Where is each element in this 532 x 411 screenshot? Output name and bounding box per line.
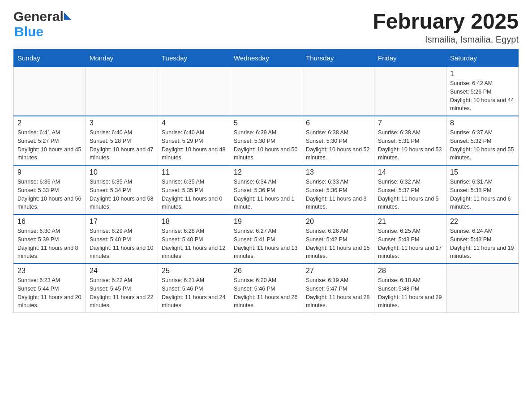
calendar-day-cell: 12Sunrise: 6:34 AM Sunset: 5:36 PM Dayli… (230, 165, 302, 214)
day-info: Sunrise: 6:35 AM Sunset: 5:35 PM Dayligh… (162, 178, 226, 211)
calendar-header-tuesday: Tuesday (158, 50, 230, 67)
day-info: Sunrise: 6:40 AM Sunset: 5:29 PM Dayligh… (162, 128, 226, 162)
day-number: 8 (450, 119, 515, 127)
calendar-day-cell: 5Sunrise: 6:39 AM Sunset: 5:30 PM Daylig… (230, 116, 302, 165)
calendar-day-cell: 3Sunrise: 6:40 AM Sunset: 5:28 PM Daylig… (86, 116, 158, 165)
day-number: 22 (450, 218, 515, 226)
calendar-week-row: 2Sunrise: 6:41 AM Sunset: 5:27 PM Daylig… (14, 116, 519, 165)
day-number: 14 (378, 168, 442, 176)
calendar-week-row: 23Sunrise: 6:23 AM Sunset: 5:44 PM Dayli… (14, 264, 519, 313)
day-info: Sunrise: 6:35 AM Sunset: 5:34 PM Dayligh… (90, 178, 154, 211)
day-info: Sunrise: 6:38 AM Sunset: 5:31 PM Dayligh… (378, 128, 442, 162)
day-number: 28 (378, 267, 442, 275)
calendar-day-cell: 17Sunrise: 6:29 AM Sunset: 5:40 PM Dayli… (86, 214, 158, 264)
calendar-week-row: 16Sunrise: 6:30 AM Sunset: 5:39 PM Dayli… (14, 214, 519, 264)
day-number: 21 (378, 218, 442, 226)
calendar-day-cell (14, 67, 86, 116)
calendar-day-cell: 27Sunrise: 6:19 AM Sunset: 5:47 PM Dayli… (302, 264, 374, 313)
day-info: Sunrise: 6:23 AM Sunset: 5:44 PM Dayligh… (17, 276, 82, 310)
day-info: Sunrise: 6:21 AM Sunset: 5:46 PM Dayligh… (162, 276, 226, 310)
day-number: 9 (17, 168, 82, 176)
day-info: Sunrise: 6:22 AM Sunset: 5:45 PM Dayligh… (90, 276, 154, 310)
day-number: 24 (90, 267, 154, 275)
day-info: Sunrise: 6:39 AM Sunset: 5:30 PM Dayligh… (234, 128, 298, 162)
calendar-day-cell: 2Sunrise: 6:41 AM Sunset: 5:27 PM Daylig… (14, 116, 86, 165)
day-number: 25 (162, 267, 226, 275)
calendar-day-cell: 24Sunrise: 6:22 AM Sunset: 5:45 PM Dayli… (86, 264, 158, 313)
calendar-day-cell: 23Sunrise: 6:23 AM Sunset: 5:44 PM Dayli… (14, 264, 86, 313)
day-number: 17 (90, 218, 154, 226)
calendar-week-row: 1Sunrise: 6:42 AM Sunset: 5:26 PM Daylig… (14, 67, 519, 116)
calendar-header-wednesday: Wednesday (230, 50, 302, 67)
calendar-day-cell: 21Sunrise: 6:25 AM Sunset: 5:43 PM Dayli… (374, 214, 446, 264)
day-number: 2 (17, 119, 82, 127)
day-number: 1 (450, 70, 515, 78)
calendar-day-cell: 1Sunrise: 6:42 AM Sunset: 5:26 PM Daylig… (446, 67, 519, 116)
day-info: Sunrise: 6:28 AM Sunset: 5:40 PM Dayligh… (162, 227, 226, 261)
calendar-day-cell (158, 67, 230, 116)
day-info: Sunrise: 6:38 AM Sunset: 5:30 PM Dayligh… (306, 128, 370, 162)
calendar-day-cell: 7Sunrise: 6:38 AM Sunset: 5:31 PM Daylig… (374, 116, 446, 165)
day-info: Sunrise: 6:34 AM Sunset: 5:36 PM Dayligh… (234, 178, 298, 211)
calendar-day-cell: 16Sunrise: 6:30 AM Sunset: 5:39 PM Dayli… (14, 214, 86, 264)
month-title: February 2025 (373, 9, 519, 34)
calendar-header-monday: Monday (86, 50, 158, 67)
day-info: Sunrise: 6:18 AM Sunset: 5:48 PM Dayligh… (378, 276, 442, 310)
day-number: 26 (234, 267, 298, 275)
logo: General Blue (13, 9, 71, 39)
day-number: 4 (162, 119, 226, 127)
calendar-day-cell: 9Sunrise: 6:36 AM Sunset: 5:33 PM Daylig… (14, 165, 86, 214)
calendar-day-cell: 14Sunrise: 6:32 AM Sunset: 5:37 PM Dayli… (374, 165, 446, 214)
title-block: February 2025 Ismailia, Ismailia, Egypt (373, 9, 519, 45)
day-info: Sunrise: 6:27 AM Sunset: 5:41 PM Dayligh… (234, 227, 298, 261)
logo-chevron-icon (64, 13, 71, 20)
calendar-day-cell: 8Sunrise: 6:37 AM Sunset: 5:32 PM Daylig… (446, 116, 519, 165)
day-number: 6 (306, 119, 370, 127)
day-info: Sunrise: 6:20 AM Sunset: 5:46 PM Dayligh… (234, 276, 298, 310)
calendar-table: SundayMondayTuesdayWednesdayThursdayFrid… (13, 49, 519, 313)
calendar-day-cell: 22Sunrise: 6:24 AM Sunset: 5:43 PM Dayli… (446, 214, 519, 264)
day-info: Sunrise: 6:42 AM Sunset: 5:26 PM Dayligh… (450, 79, 515, 113)
calendar-day-cell: 15Sunrise: 6:31 AM Sunset: 5:38 PM Dayli… (446, 165, 519, 214)
day-info: Sunrise: 6:24 AM Sunset: 5:43 PM Dayligh… (450, 227, 515, 261)
day-info: Sunrise: 6:30 AM Sunset: 5:39 PM Dayligh… (17, 227, 82, 261)
day-number: 23 (17, 267, 82, 275)
day-info: Sunrise: 6:36 AM Sunset: 5:33 PM Dayligh… (17, 178, 82, 211)
day-info: Sunrise: 6:29 AM Sunset: 5:40 PM Dayligh… (90, 227, 154, 261)
calendar-header-friday: Friday (374, 50, 446, 67)
calendar-day-cell: 10Sunrise: 6:35 AM Sunset: 5:34 PM Dayli… (86, 165, 158, 214)
day-number: 27 (306, 267, 370, 275)
calendar-header-saturday: Saturday (446, 50, 519, 67)
day-number: 7 (378, 119, 442, 127)
day-number: 16 (17, 218, 82, 226)
calendar-day-cell: 13Sunrise: 6:33 AM Sunset: 5:36 PM Dayli… (302, 165, 374, 214)
day-info: Sunrise: 6:25 AM Sunset: 5:43 PM Dayligh… (378, 227, 442, 261)
day-number: 5 (234, 119, 298, 127)
calendar-day-cell: 19Sunrise: 6:27 AM Sunset: 5:41 PM Dayli… (230, 214, 302, 264)
day-number: 11 (162, 168, 226, 176)
calendar-day-cell: 11Sunrise: 6:35 AM Sunset: 5:35 PM Dayli… (158, 165, 230, 214)
day-info: Sunrise: 6:31 AM Sunset: 5:38 PM Dayligh… (450, 178, 515, 211)
calendar-day-cell: 28Sunrise: 6:18 AM Sunset: 5:48 PM Dayli… (374, 264, 446, 313)
day-info: Sunrise: 6:40 AM Sunset: 5:28 PM Dayligh… (90, 128, 154, 162)
calendar-day-cell (302, 67, 374, 116)
calendar-week-row: 9Sunrise: 6:36 AM Sunset: 5:33 PM Daylig… (14, 165, 519, 214)
calendar-day-cell: 25Sunrise: 6:21 AM Sunset: 5:46 PM Dayli… (158, 264, 230, 313)
calendar-day-cell (374, 67, 446, 116)
page-header: General Blue February 2025 Ismailia, Ism… (13, 9, 519, 45)
calendar-header-sunday: Sunday (14, 50, 86, 67)
location-text: Ismailia, Ismailia, Egypt (373, 34, 519, 45)
day-info: Sunrise: 6:37 AM Sunset: 5:32 PM Dayligh… (450, 128, 515, 162)
calendar-day-cell: 4Sunrise: 6:40 AM Sunset: 5:29 PM Daylig… (158, 116, 230, 165)
calendar-day-cell: 6Sunrise: 6:38 AM Sunset: 5:30 PM Daylig… (302, 116, 374, 165)
logo-general-text: General (13, 9, 64, 24)
calendar-day-cell (230, 67, 302, 116)
day-info: Sunrise: 6:32 AM Sunset: 5:37 PM Dayligh… (378, 178, 442, 211)
calendar-day-cell: 20Sunrise: 6:26 AM Sunset: 5:42 PM Dayli… (302, 214, 374, 264)
calendar-header-thursday: Thursday (302, 50, 374, 67)
calendar-day-cell: 26Sunrise: 6:20 AM Sunset: 5:46 PM Dayli… (230, 264, 302, 313)
calendar-header-row: SundayMondayTuesdayWednesdayThursdayFrid… (14, 50, 519, 67)
calendar-day-cell (446, 264, 519, 313)
calendar-day-cell (86, 67, 158, 116)
calendar-day-cell: 18Sunrise: 6:28 AM Sunset: 5:40 PM Dayli… (158, 214, 230, 264)
